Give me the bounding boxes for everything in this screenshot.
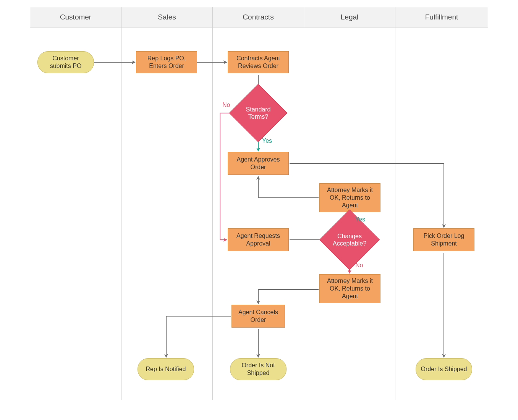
process-pick-order-log-shipment: Pick Order Log Shipment [413, 228, 474, 251]
lane-header-sales: Sales [121, 7, 212, 27]
terminator-order-not-shipped: Order Is Not Shipped [230, 358, 287, 380]
lane-header-contracts: Contracts [213, 7, 304, 27]
process-agent-requests-approval: Agent Requests Approval [228, 228, 289, 251]
swimlane-diagram: Customer Sales Contracts Legal Fulfillme… [30, 7, 488, 400]
edge-label-yes-1: Yes [262, 137, 272, 144]
process-contracts-agent-reviews: Contracts Agent Reviews Order [228, 51, 289, 73]
lane-header-legal: Legal [304, 7, 395, 27]
edge-label-yes-2: Yes [355, 216, 365, 223]
terminator-rep-is-notified: Rep Is Notified [138, 358, 194, 380]
lane-fulfillment: Fulfillment [395, 7, 488, 400]
process-rep-logs-po: Rep Logs PO, Enters Order [136, 51, 197, 73]
lane-header-customer: Customer [30, 7, 121, 27]
lane-header-fulfillment: Fulfillment [395, 7, 488, 27]
process-attorney-ok-returns-2: Attorney Marks it OK, Returns to Agent [319, 274, 380, 303]
process-attorney-ok-returns: Attorney Marks it OK, Returns to Agent [319, 183, 380, 212]
edge-label-no-2: No [355, 262, 363, 269]
terminator-order-is-shipped: Order Is Shipped [416, 358, 472, 380]
process-agent-cancels-order: Agent Cancels Order [231, 305, 285, 328]
process-agent-approves-order: Agent Approves Order [228, 152, 289, 175]
decision-changes-acceptable: Changes Acceptable? [328, 218, 371, 261]
terminator-customer-submits-po: Customer submits PO [37, 51, 94, 73]
decision-standard-terms: Standard Terms? [238, 92, 279, 134]
edge-label-no-1: No [222, 102, 230, 108]
